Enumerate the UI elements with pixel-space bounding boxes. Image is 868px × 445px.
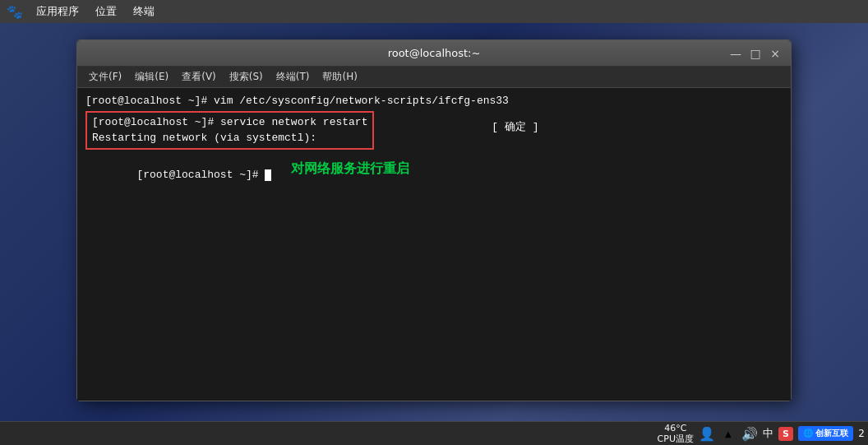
term-menu-search[interactable]: 搜索(S): [224, 68, 268, 86]
taskbar-right: 46°C CPU温度 👤 ▲ 🔊 中 S 🌐 创新互联 2: [658, 423, 865, 444]
os-logo: 🐾: [7, 3, 23, 20]
term-menu-view[interactable]: 查看(V): [177, 68, 221, 86]
term-menu-file[interactable]: 文件(F): [84, 68, 127, 86]
taskbar: 46°C CPU温度 👤 ▲ 🔊 中 S 🌐 创新互联 2: [0, 421, 868, 445]
confirm-button[interactable]: [ 确定 ]: [492, 119, 538, 134]
time-display: 2: [858, 428, 865, 439]
terminal-controls: — □ ×: [727, 44, 784, 63]
minimize-button[interactable]: —: [727, 44, 745, 63]
terminal-titlebar: root@localhost:~ — □ ×: [77, 40, 791, 67]
terminal-menubar: 文件(F) 编辑(E) 查看(V) 搜索(S) 终端(T) 帮助(H): [77, 67, 791, 88]
arrow-up-icon[interactable]: ▲: [720, 425, 736, 442]
terminal-title: root@localhost:~: [388, 47, 481, 59]
terminal-line-2: [root@localhost ~]# service network rest…: [92, 114, 367, 131]
menu-terminal[interactable]: 终端: [127, 2, 161, 21]
term-menu-help[interactable]: 帮助(H): [317, 68, 362, 86]
terminal-cursor: [265, 169, 271, 181]
close-button[interactable]: ×: [766, 44, 784, 63]
brand-icon[interactable]: S: [778, 427, 793, 441]
menu-location[interactable]: 位置: [89, 2, 123, 21]
terminal-line-3: Restarting network (via systemctl):: [92, 130, 367, 146]
input-method-indicator[interactable]: 中: [763, 426, 773, 441]
creator-logo-icon: 🌐: [803, 429, 813, 438]
user-icon[interactable]: 👤: [699, 425, 715, 442]
annotation-text: 对网络服务进行重启: [291, 160, 409, 178]
highlighted-region: [root@localhost ~]# service network rest…: [85, 111, 374, 150]
cpu-temperature: 46°C CPU温度: [658, 423, 694, 444]
top-menubar: 🐾 应用程序 位置 终端: [0, 0, 868, 23]
terminal-window: root@localhost:~ — □ × 文件(F) 编辑(E) 查看(V)…: [76, 39, 792, 401]
term-menu-terminal[interactable]: 终端(T): [271, 68, 315, 86]
term-menu-edit[interactable]: 编辑(E): [130, 68, 173, 86]
creator-logo[interactable]: 🌐 创新互联: [798, 426, 853, 441]
terminal-line-4: [root@localhost ~]#: [85, 151, 783, 200]
menu-apps[interactable]: 应用程序: [30, 2, 85, 21]
volume-icon[interactable]: 🔊: [741, 425, 758, 442]
terminal-content[interactable]: [root@localhost ~]# vim /etc/sysconfig/n…: [77, 88, 791, 401]
terminal-line-1: [root@localhost ~]# vim /etc/sysconfig/n…: [85, 93, 783, 109]
maximize-button[interactable]: □: [746, 44, 764, 63]
desktop: root@localhost:~ — □ × 文件(F) 编辑(E) 查看(V)…: [0, 23, 868, 421]
